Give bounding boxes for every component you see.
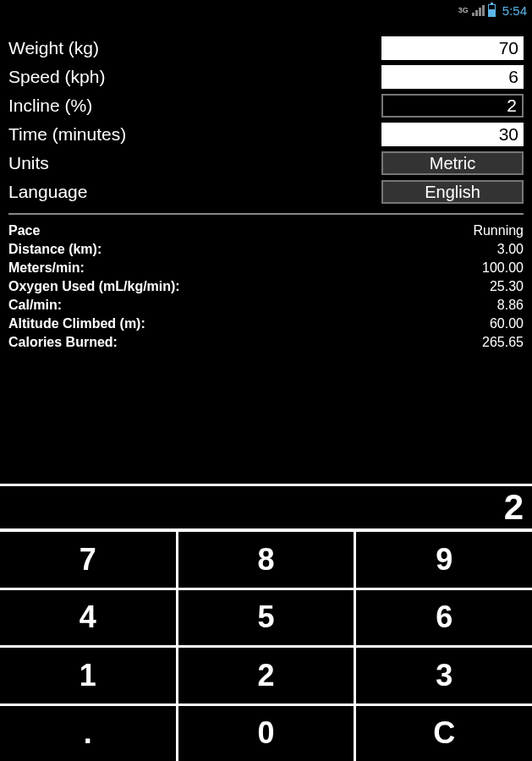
incline-row: Incline (%) (8, 91, 524, 120)
units-select[interactable]: Metric (381, 151, 524, 175)
metersmin-row: Meters/min: 100.00 (8, 259, 524, 277)
key-7[interactable]: 7 (0, 532, 176, 588)
calmin-value: 8.86 (497, 296, 524, 315)
altitude-row: Altitude Climbed (m): 60.00 (8, 315, 524, 333)
key-4[interactable]: 4 (0, 590, 176, 646)
battery-icon (488, 4, 496, 17)
distance-value: 3.00 (497, 240, 524, 259)
key-2[interactable]: 2 (178, 648, 354, 704)
units-row: Units Metric (8, 149, 524, 178)
distance-row: Distance (km): 3.00 (8, 240, 524, 259)
keypad-display: 2 (0, 484, 532, 528)
key-dot[interactable]: . (0, 706, 176, 762)
time-input[interactable] (381, 123, 524, 146)
oxygen-row: Oxygen Used (mL/kg/min): 25.30 (8, 277, 524, 296)
distance-label: Distance (km): (8, 240, 101, 259)
key-9[interactable]: 9 (356, 532, 532, 588)
calories-label: Calories Burned: (8, 333, 118, 352)
calmin-label: Cal/min: (8, 296, 62, 315)
incline-label: Incline (%) (8, 96, 381, 116)
status-time: 5:54 (502, 3, 527, 18)
key-8[interactable]: 8 (178, 532, 354, 588)
display-value: 2 (504, 487, 524, 528)
incline-input[interactable] (381, 94, 524, 118)
speed-row: Speed (kph) (8, 63, 524, 91)
metersmin-label: Meters/min: (8, 259, 85, 277)
status-bar: 3G 5:54 (0, 0, 532, 20)
altitude-value: 60.00 (490, 315, 524, 333)
calmin-row: Cal/min: 8.86 (8, 296, 524, 315)
signal-icon (472, 5, 485, 16)
results-section: Pace Running Distance (km): 3.00 Meters/… (0, 222, 532, 352)
key-5[interactable]: 5 (178, 590, 354, 646)
time-label: Time (minutes) (8, 124, 381, 145)
altitude-label: Altitude Climbed (m): (8, 315, 145, 333)
key-6[interactable]: 6 (356, 590, 532, 646)
metersmin-value: 100.00 (482, 259, 524, 277)
speed-input[interactable] (381, 65, 524, 89)
language-label: Language (8, 182, 381, 202)
calories-row: Calories Burned: 265.65 (8, 333, 524, 352)
units-label: Units (8, 153, 381, 173)
time-row: Time (minutes) (8, 120, 524, 149)
weight-label: Weight (kg) (8, 38, 381, 58)
language-row: Language English (8, 178, 524, 206)
pace-row: Pace Running (8, 222, 524, 240)
calories-value: 265.65 (482, 333, 524, 352)
oxygen-label: Oxygen Used (mL/kg/min): (8, 277, 180, 296)
speed-label: Speed (kph) (8, 67, 381, 87)
keypad: 7 8 9 4 5 6 1 2 3 . 0 C (0, 528, 532, 761)
language-select[interactable]: English (381, 180, 524, 204)
pace-value: Running (473, 222, 524, 240)
pace-label: Pace (8, 222, 40, 240)
key-clear[interactable]: C (356, 706, 532, 762)
spacer (0, 352, 532, 484)
divider (8, 213, 524, 215)
weight-input[interactable] (381, 36, 524, 60)
key-1[interactable]: 1 (0, 648, 176, 704)
weight-row: Weight (kg) (8, 34, 524, 63)
key-3[interactable]: 3 (356, 648, 532, 704)
oxygen-value: 25.30 (490, 277, 524, 296)
network-type-icon: 3G (458, 7, 469, 14)
input-section: Weight (kg) Speed (kph) Incline (%) Time… (0, 20, 532, 222)
key-0[interactable]: 0 (178, 706, 354, 762)
